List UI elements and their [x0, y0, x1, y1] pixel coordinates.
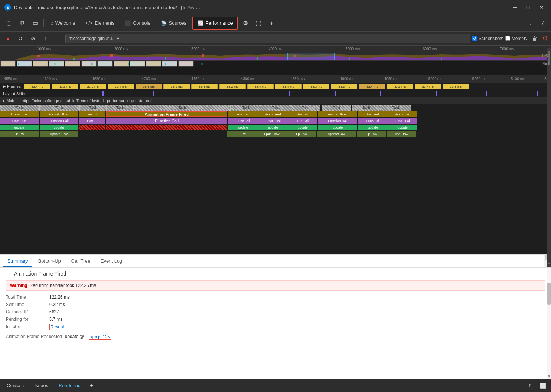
tab-summary[interactable]: Summary — [3, 256, 32, 267]
update-block-8[interactable]: update — [318, 125, 357, 130]
func-block-7[interactable]: Fun...all — [288, 118, 317, 124]
screenshots-checkbox-label[interactable]: Screenshots — [472, 36, 503, 41]
anim-block-10[interactable]: Anim...red — [388, 111, 417, 117]
status-tab-issues[interactable]: Issues — [31, 381, 52, 390]
slow-block-9[interactable]: up...ow — [357, 131, 386, 137]
initiator-reveal-link[interactable]: Reveal — [49, 324, 65, 330]
trash-button[interactable]: 🗑 — [530, 33, 540, 44]
settings-gear-button[interactable]: ⚙ — [542, 35, 548, 43]
upload-button[interactable]: ↑ — [40, 33, 51, 44]
frame-block[interactable]: 33.4 ms — [415, 84, 441, 89]
frame-block[interactable]: 33.3 ms — [191, 84, 218, 89]
tab-call-tree[interactable]: Call Tree — [67, 256, 95, 267]
frame-block[interactable]: 33.4 ms — [24, 84, 50, 89]
anim-block-1[interactable]: Anima...ired — [0, 111, 39, 117]
func-block-1[interactable]: Funct... Call — [0, 118, 39, 124]
anim-block-2[interactable]: Animat...Fired — [40, 111, 78, 117]
update-block-1[interactable]: update — [0, 125, 39, 130]
slow-block-2[interactable]: updateSlow — [40, 131, 78, 137]
frame-block[interactable]: 33.2 ms — [80, 84, 106, 89]
frame-block[interactable]: 33.4 ms — [108, 84, 134, 89]
task-block[interactable]: Task — [107, 105, 133, 111]
settings-tab-btn[interactable]: ⚙ — [240, 17, 251, 29]
refresh-record-button[interactable]: ↺ — [15, 33, 26, 44]
slow-block-6[interactable]: upda...low — [257, 131, 287, 137]
add-tab-btn[interactable]: + — [266, 17, 278, 29]
update-block-9[interactable]: update — [358, 125, 388, 130]
frames-label[interactable]: ▶ Frames — [1, 84, 24, 89]
anim-block-5[interactable]: Ani...red — [228, 111, 258, 117]
func-block-5[interactable]: Func...all — [228, 118, 258, 124]
tab-console[interactable]: ⬛ Console — [120, 17, 155, 30]
task-block[interactable]: Task — [80, 105, 106, 111]
summary-event-checkbox[interactable] — [6, 271, 11, 276]
task-block[interactable]: Task — [40, 105, 79, 111]
task-block[interactable]: Task — [322, 105, 351, 111]
func-block-2[interactable]: Function Call — [40, 118, 78, 124]
dock-bottom-icon-btn[interactable]: ⬚ — [526, 381, 536, 391]
frame-block[interactable]: 33.2 ms — [219, 84, 246, 89]
update-block-10[interactable]: update — [388, 125, 417, 130]
maximize-button[interactable]: □ — [523, 2, 533, 12]
frame-block[interactable]: 33.3 ms — [331, 84, 357, 89]
tab-sources[interactable]: 📡 Sources — [156, 17, 191, 30]
timeline-overview[interactable]: 1000 ms 2000 ms 3000 ms 4000 ms 5000 ms … — [0, 46, 551, 75]
task-block[interactable]: Task — [134, 105, 230, 111]
func-block-8[interactable]: Function Call — [318, 118, 357, 124]
frame-block[interactable]: 33.4 ms — [247, 84, 274, 89]
anim-block-3[interactable]: An...d — [79, 111, 105, 117]
memory-checkbox[interactable] — [505, 36, 510, 41]
slow-block-5[interactable]: u...w — [227, 131, 257, 137]
minimize-button[interactable]: ─ — [510, 2, 520, 12]
tab-welcome[interactable]: ⌂ Welcome — [46, 17, 80, 30]
close-button[interactable]: ✕ — [536, 2, 547, 12]
frame-block[interactable]: 33.3 ms — [387, 84, 413, 89]
anim-block-7[interactable]: Ani...ed — [288, 111, 317, 117]
func-block-selected[interactable]: Function Call — [106, 118, 227, 124]
frame-block[interactable]: 33.3 ms — [52, 84, 78, 89]
anim-block-8[interactable]: Anima...Fired — [318, 111, 357, 117]
status-tab-rendering[interactable]: Rendering — [55, 381, 84, 390]
anim-block-selected[interactable]: Animation Frame Fired — [106, 111, 227, 117]
flame-rows-container[interactable]: ▶ Frames 33.4 ms 33.3 ms 33.2 ms 33.4 ms… — [0, 83, 551, 254]
update-block-7[interactable]: update — [288, 125, 317, 130]
help-btn[interactable]: ? — [536, 17, 548, 29]
update-block-5[interactable]: update — [228, 125, 258, 130]
frame-block[interactable]: 33.3 ms — [303, 84, 329, 89]
frame-block[interactable]: 33.4 ms — [275, 84, 302, 89]
func-block-3[interactable]: Fun...ll — [79, 118, 105, 124]
func-block-9[interactable]: Func...all — [358, 118, 388, 124]
tab-event-log[interactable]: Event Log — [96, 256, 127, 267]
record-button[interactable]: ● — [3, 33, 13, 44]
undock-icon-btn[interactable]: ⬜ — [538, 381, 548, 391]
download-button[interactable]: ↓ — [53, 33, 63, 44]
code-ref-link[interactable]: app.js:125 — [89, 334, 111, 340]
func-block-6[interactable]: Funct...Call — [258, 118, 288, 124]
red-stripe-1[interactable] — [79, 125, 105, 130]
frame-block[interactable]: 33.3 ms — [443, 84, 469, 89]
url-dropdown-icon[interactable]: ▾ — [117, 36, 119, 41]
red-stripe-2[interactable] — [106, 125, 227, 130]
flame-scrollbar[interactable]: ▾ — [547, 75, 551, 254]
tab-performance[interactable]: 📈 Performance — [192, 17, 238, 30]
summary-scrollbar-thumb[interactable] — [547, 283, 551, 305]
dock-tab-btn[interactable]: ⬚ — [253, 17, 264, 29]
frame-block[interactable]: 33.4 ms — [359, 84, 385, 89]
task-block[interactable]: Task — [352, 105, 381, 111]
tab-bottom-up[interactable]: Bottom-Up — [34, 256, 65, 267]
task-block[interactable]: Task — [0, 105, 39, 111]
anim-block-6[interactable]: Anim...ired — [258, 111, 288, 117]
update-block-2[interactable]: update — [40, 125, 78, 130]
tab-elements[interactable]: </> Elements — [81, 17, 119, 30]
anim-block-9[interactable]: Ani...red — [358, 111, 388, 117]
frame-block[interactable]: 33.5 ms — [136, 84, 162, 89]
screenshots-checkbox[interactable] — [472, 36, 477, 41]
responsive-icon-btn[interactable]: ⧉ — [16, 17, 28, 29]
dock-icon-btn[interactable]: ▭ — [29, 17, 41, 29]
task-block[interactable]: Task — [291, 105, 320, 111]
add-tab-btn[interactable]: + — [87, 381, 96, 390]
summary-scrollbar[interactable]: ▾ — [547, 268, 551, 379]
clear-button[interactable]: ⊘ — [28, 33, 38, 44]
update-block-6[interactable]: update — [258, 125, 288, 130]
memory-checkbox-label[interactable]: Memory — [505, 36, 527, 41]
